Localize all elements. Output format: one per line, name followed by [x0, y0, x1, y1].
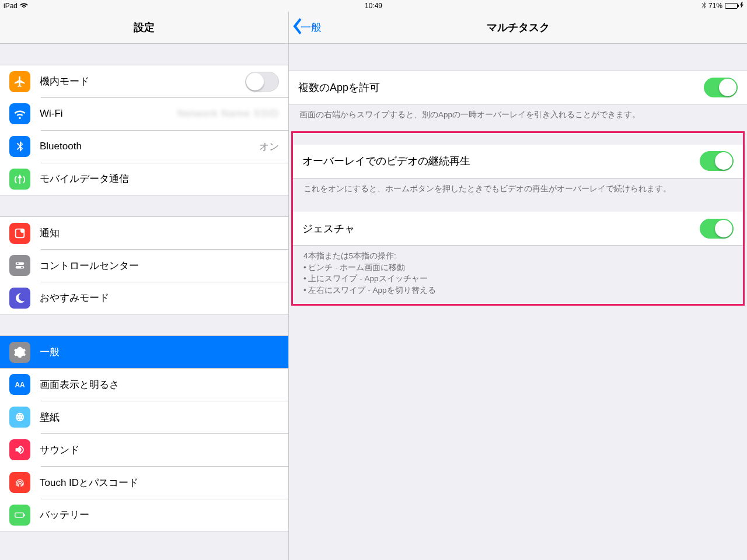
allow-multiple-apps-footer: 画面の右端からスワイプすると、別のAppの一時オーバーレイを引き入れることができ…	[289, 104, 747, 121]
svg-point-8	[19, 416, 21, 418]
wifi-icon	[9, 103, 30, 124]
sidebar-item-airplane[interactable]: 機内モード	[0, 65, 288, 97]
sidebar-item-sounds[interactable]: サウンド	[0, 433, 288, 466]
sidebar-item-label: 一般	[40, 345, 60, 359]
bluetooth-value: オン	[259, 140, 279, 153]
airplane-icon	[9, 71, 30, 92]
svg-point-5	[21, 267, 23, 268]
sidebar-item-label: モバイルデータ通信	[40, 172, 129, 186]
sidebar-item-label: Bluetooth	[40, 141, 82, 152]
gestures-footer-bullet: • ピンチ - ホーム画面に移動	[303, 262, 732, 274]
sounds-icon	[9, 439, 30, 460]
status-time: 10:49	[247, 2, 499, 10]
svg-point-1	[20, 228, 25, 232]
sidebar-item-bluetooth[interactable]: Bluetooth オン	[0, 130, 288, 163]
sidebar-title: 設定	[0, 20, 288, 34]
wallpaper-icon	[9, 407, 30, 428]
svg-rect-12	[15, 513, 24, 517]
wifi-icon	[20, 2, 28, 10]
gestures-footer-bullet: • 左右にスワイプ - Appを切り替える	[303, 285, 732, 296]
sidebar-item-wallpaper[interactable]: 壁紙	[0, 401, 288, 433]
gear-icon	[9, 342, 30, 363]
sidebar-item-label: 機内モード	[40, 75, 89, 88]
detail-navbar: 一般 マルチタスク	[289, 12, 747, 44]
detail-pane: 一般 マルチタスク 複数のAppを許可 画面の右端からスワイプすると、別のApp…	[289, 12, 747, 560]
sidebar-group-general: 一般 AA 画面表示と明るさ 壁紙 サウンド Touch IDとパスコード	[0, 335, 288, 531]
sidebar-item-label: バッテリー	[40, 508, 89, 522]
pip-row[interactable]: オーバーレイでのビデオの継続再生	[293, 145, 743, 178]
sidebar-item-label: Wi-Fi	[40, 108, 63, 120]
sidebar-item-label: おやすみモード	[40, 291, 109, 304]
sidebar-item-label: 壁紙	[40, 411, 60, 424]
status-bar: iPad 10:49 71%	[0, 0, 747, 12]
sidebar: 設定 機内モード Wi-Fi Network Name SSID Bluetoo…	[0, 12, 289, 560]
display-icon: AA	[9, 374, 30, 395]
sidebar-item-label: Touch IDとパスコード	[40, 476, 138, 489]
allow-multiple-apps-row[interactable]: 複数のAppを許可	[289, 71, 747, 104]
sidebar-item-dnd[interactable]: おやすみモード	[0, 282, 288, 314]
control-center-icon	[9, 255, 30, 276]
sidebar-item-cellular[interactable]: モバイルデータ通信	[0, 163, 288, 195]
back-button[interactable]: 一般	[289, 18, 322, 37]
charging-icon	[740, 2, 743, 10]
sidebar-item-battery[interactable]: バッテリー	[0, 499, 288, 531]
sidebar-item-wifi[interactable]: Wi-Fi Network Name SSID	[0, 97, 288, 130]
sidebar-item-label: コントロールセンター	[40, 259, 139, 272]
sidebar-item-label: サウンド	[40, 443, 79, 457]
fingerprint-icon	[9, 472, 30, 493]
gestures-toggle[interactable]	[700, 219, 734, 239]
bluetooth-icon	[9, 136, 30, 157]
sidebar-item-touchid[interactable]: Touch IDとパスコード	[0, 466, 288, 499]
allow-multiple-apps-toggle[interactable]	[704, 78, 738, 97]
sidebar-item-label: 通知	[40, 226, 60, 240]
detail-title: マルチタスク	[289, 20, 747, 34]
svg-rect-13	[24, 514, 25, 516]
sidebar-item-general[interactable]: 一般	[0, 335, 288, 368]
sidebar-item-label: 画面表示と明るさ	[40, 378, 119, 391]
sidebar-group-network: 機内モード Wi-Fi Network Name SSID Bluetooth …	[0, 65, 288, 195]
gestures-footer-bullet: • 上にスワイプ - Appスイッチャー	[303, 273, 732, 285]
cellular-icon	[9, 169, 30, 190]
gestures-footer: 4本指または5本指の操作: • ピンチ - ホーム画面に移動 • 上にスワイプ …	[293, 246, 743, 296]
back-label: 一般	[301, 20, 322, 34]
row-label: オーバーレイでのビデオの継続再生	[302, 154, 470, 168]
gestures-footer-head: 4本指または5本指の操作:	[303, 250, 732, 262]
airplane-toggle[interactable]	[245, 72, 279, 92]
sidebar-item-display[interactable]: AA 画面表示と明るさ	[0, 368, 288, 401]
svg-point-4	[17, 262, 19, 264]
battery-icon	[9, 505, 30, 526]
status-battery-pct: 71%	[708, 2, 722, 10]
moon-icon	[9, 288, 30, 309]
status-device: iPad	[4, 2, 18, 10]
wifi-network-value: Network Name SSID	[177, 108, 279, 120]
row-label: ジェスチャ	[302, 222, 355, 236]
svg-text:AA: AA	[15, 381, 25, 389]
sidebar-item-notifications[interactable]: 通知	[0, 216, 288, 249]
sidebar-item-control-center[interactable]: コントロールセンター	[0, 249, 288, 282]
highlight-box: オーバーレイでのビデオの継続再生 これをオンにすると、ホームボタンを押したときで…	[291, 131, 745, 306]
pip-footer: これをオンにすると、ホームボタンを押したときでもビデオの再生がオーバーレイで続け…	[293, 178, 743, 195]
row-label: 複数のAppを許可	[298, 80, 380, 94]
bluetooth-icon	[701, 2, 706, 10]
pip-toggle[interactable]	[700, 151, 734, 171]
gestures-row[interactable]: ジェスチャ	[293, 212, 743, 246]
sidebar-navbar: 設定	[0, 12, 288, 44]
notifications-icon	[9, 223, 30, 244]
sidebar-group-notify: 通知 コントロールセンター おやすみモード	[0, 216, 288, 314]
battery-icon	[725, 3, 738, 9]
